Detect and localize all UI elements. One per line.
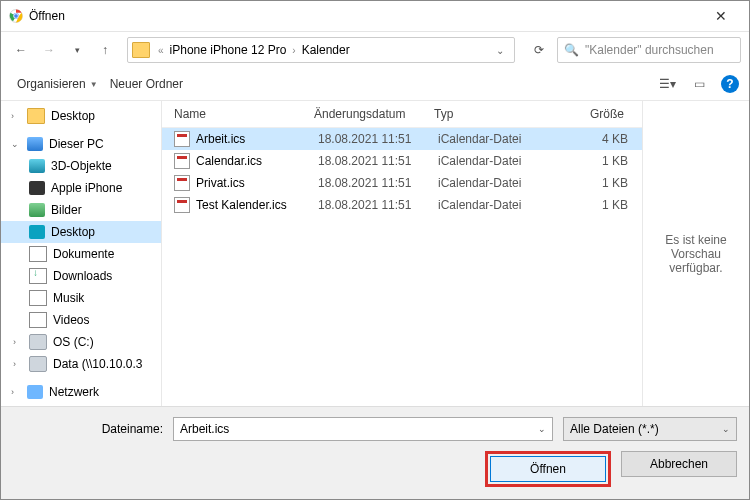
search-placeholder: "Kalender" durchsuchen bbox=[585, 43, 714, 57]
help-button[interactable]: ? bbox=[721, 75, 739, 93]
file-name: Privat.ics bbox=[196, 176, 318, 190]
file-row[interactable]: Calendar.ics18.08.2021 11:51iCalendar-Da… bbox=[162, 150, 642, 172]
tree-3d-objects[interactable]: 3D-Objekte bbox=[1, 155, 161, 177]
file-date: 18.08.2021 11:51 bbox=[318, 154, 438, 168]
breadcrumb-part-0[interactable]: iPhone iPhone 12 Pro bbox=[166, 43, 291, 57]
file-name: Calendar.ics bbox=[196, 154, 318, 168]
tree-network[interactable]: ›Netzwerk bbox=[1, 381, 161, 403]
tree-this-pc[interactable]: ⌄Dieser PC bbox=[1, 133, 161, 155]
column-headers[interactable]: Name Änderungsdatum Typ Größe bbox=[162, 101, 642, 128]
file-name: Test Kalender.ics bbox=[196, 198, 318, 212]
refresh-button[interactable]: ⟳ bbox=[525, 38, 553, 62]
col-size[interactable]: Größe bbox=[554, 107, 624, 121]
cancel-button[interactable]: Abbrechen bbox=[621, 451, 737, 477]
tree-music[interactable]: Musik bbox=[1, 287, 161, 309]
recent-dropdown[interactable]: ▾ bbox=[65, 38, 89, 62]
chrome-icon bbox=[9, 9, 23, 23]
file-date: 18.08.2021 11:51 bbox=[318, 176, 438, 190]
col-type[interactable]: Typ bbox=[434, 107, 554, 121]
filename-input[interactable]: Arbeit.ics ⌄ bbox=[173, 417, 553, 441]
tree-desktop-top[interactable]: ›Desktop bbox=[1, 105, 161, 127]
new-folder-button[interactable]: Neuer Ordner bbox=[104, 74, 189, 94]
preview-pane: Es ist keine Vorschau verfügbar. bbox=[642, 101, 749, 406]
tree-apple-iphone[interactable]: Apple iPhone bbox=[1, 177, 161, 199]
file-type: iCalendar-Datei bbox=[438, 198, 558, 212]
tree-desktop[interactable]: Desktop bbox=[1, 221, 161, 243]
breadcrumb-overflow[interactable]: « bbox=[158, 45, 164, 56]
organize-button[interactable]: Organisieren▼ bbox=[11, 74, 104, 94]
chevron-right-icon: › bbox=[292, 45, 295, 56]
dialog-title: Öffnen bbox=[29, 9, 701, 23]
chevron-down-icon: ⌄ bbox=[722, 424, 730, 434]
file-icon bbox=[174, 153, 190, 169]
titlebar: Öffnen ✕ bbox=[1, 1, 749, 32]
back-button[interactable]: ← bbox=[9, 38, 33, 62]
col-date[interactable]: Änderungsdatum bbox=[314, 107, 434, 121]
file-list-pane: Name Änderungsdatum Typ Größe Arbeit.ics… bbox=[162, 101, 642, 406]
tree-videos[interactable]: Videos bbox=[1, 309, 161, 331]
tree-drive-data[interactable]: ›Data (\\10.10.0.3 bbox=[1, 353, 161, 375]
col-name[interactable]: Name bbox=[174, 107, 314, 121]
file-size: 4 KB bbox=[558, 132, 628, 146]
file-size: 1 KB bbox=[558, 198, 628, 212]
file-size: 1 KB bbox=[558, 176, 628, 190]
file-type-filter[interactable]: Alle Dateien (*.*) ⌄ bbox=[563, 417, 737, 441]
address-bar[interactable]: « iPhone iPhone 12 Pro › Kalender ⌄ bbox=[127, 37, 515, 63]
address-dropdown[interactable]: ⌄ bbox=[490, 45, 510, 56]
view-options-button[interactable]: ☰▾ bbox=[655, 74, 679, 94]
file-type: iCalendar-Datei bbox=[438, 154, 558, 168]
breadcrumb-part-1[interactable]: Kalender bbox=[298, 43, 354, 57]
open-dialog: Öffnen ✕ ← → ▾ ↑ « iPhone iPhone 12 Pro … bbox=[0, 0, 750, 500]
file-date: 18.08.2021 11:51 bbox=[318, 198, 438, 212]
nav-tree: ›Desktop ⌄Dieser PC 3D-Objekte Apple iPh… bbox=[1, 101, 162, 406]
bottom-bar: Dateiname: Arbeit.ics ⌄ Alle Dateien (*.… bbox=[1, 406, 749, 499]
file-type: iCalendar-Datei bbox=[438, 176, 558, 190]
toolbar: Organisieren▼ Neuer Ordner ☰▾ ▭ ? bbox=[1, 68, 749, 101]
folder-icon bbox=[132, 42, 150, 58]
close-button[interactable]: ✕ bbox=[701, 8, 741, 24]
nav-row: ← → ▾ ↑ « iPhone iPhone 12 Pro › Kalende… bbox=[1, 32, 749, 68]
open-button[interactable]: Öffnen bbox=[490, 456, 606, 482]
search-input[interactable]: 🔍 "Kalender" durchsuchen bbox=[557, 37, 741, 63]
file-row[interactable]: Test Kalender.ics18.08.2021 11:51iCalend… bbox=[162, 194, 642, 216]
search-icon: 🔍 bbox=[564, 43, 579, 57]
preview-text: Es ist keine Vorschau verfügbar. bbox=[651, 233, 741, 275]
file-row[interactable]: Privat.ics18.08.2021 11:51iCalendar-Date… bbox=[162, 172, 642, 194]
tree-drive-c[interactable]: ›OS (C:) bbox=[1, 331, 161, 353]
file-size: 1 KB bbox=[558, 154, 628, 168]
annotation-highlight: Öffnen bbox=[485, 451, 611, 487]
chevron-down-icon[interactable]: ⌄ bbox=[538, 424, 546, 434]
tree-downloads[interactable]: Downloads bbox=[1, 265, 161, 287]
svg-point-2 bbox=[14, 14, 19, 19]
filename-label: Dateiname: bbox=[13, 422, 163, 436]
forward-button[interactable]: → bbox=[37, 38, 61, 62]
up-button[interactable]: ↑ bbox=[93, 38, 117, 62]
file-icon bbox=[174, 175, 190, 191]
file-icon bbox=[174, 197, 190, 213]
file-date: 18.08.2021 11:51 bbox=[318, 132, 438, 146]
file-name: Arbeit.ics bbox=[196, 132, 318, 146]
file-row[interactable]: Arbeit.ics18.08.2021 11:51iCalendar-Date… bbox=[162, 128, 642, 150]
file-icon bbox=[174, 131, 190, 147]
preview-pane-button[interactable]: ▭ bbox=[687, 74, 711, 94]
tree-documents[interactable]: Dokumente bbox=[1, 243, 161, 265]
file-type: iCalendar-Datei bbox=[438, 132, 558, 146]
tree-pictures[interactable]: Bilder bbox=[1, 199, 161, 221]
file-rows: Arbeit.ics18.08.2021 11:51iCalendar-Date… bbox=[162, 128, 642, 406]
